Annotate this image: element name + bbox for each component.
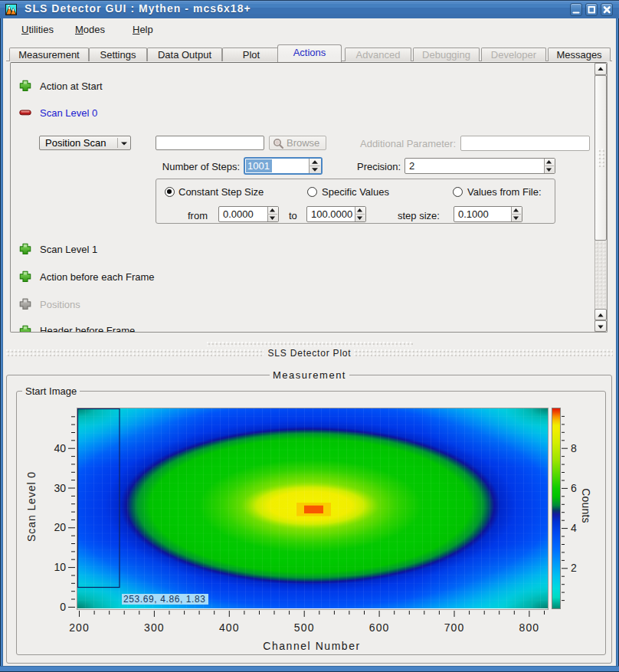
svg-text:2: 2 <box>571 562 577 574</box>
svg-text:500: 500 <box>294 621 315 634</box>
svg-text:400: 400 <box>219 621 240 634</box>
svg-text:40: 40 <box>54 442 66 454</box>
svg-text:4: 4 <box>571 522 577 534</box>
svg-text:8: 8 <box>571 442 577 454</box>
svg-text:600: 600 <box>369 621 390 634</box>
svg-text:30: 30 <box>54 482 66 494</box>
svg-text:20: 20 <box>54 521 66 533</box>
svg-text:Channel Number: Channel Number <box>263 640 361 652</box>
svg-text:300: 300 <box>144 621 165 634</box>
svg-text:Scan Level 0: Scan Level 0 <box>25 471 38 542</box>
svg-text:6: 6 <box>571 482 577 494</box>
svg-text:800: 800 <box>519 621 540 634</box>
svg-text:700: 700 <box>444 621 465 634</box>
svg-text:10: 10 <box>54 561 66 573</box>
svg-text:0: 0 <box>60 601 66 613</box>
svg-text:Counts: Counts <box>580 488 592 523</box>
svg-text:200: 200 <box>69 621 90 634</box>
